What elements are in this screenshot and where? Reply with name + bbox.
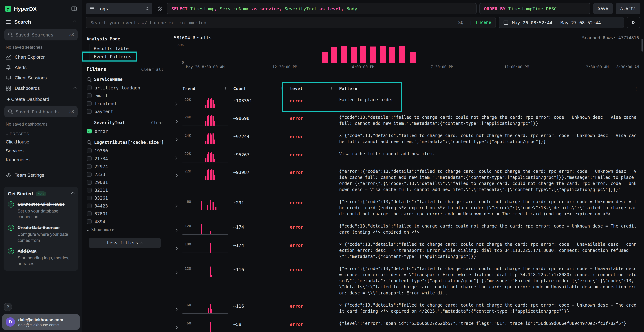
checkbox[interactable] — [87, 219, 92, 224]
table-menu-icon[interactable]: ⋮ — [634, 86, 639, 91]
checkbox[interactable] — [87, 188, 92, 192]
pattern-row[interactable]: 24K~98698error{"code":13,"details":"fail… — [174, 112, 639, 130]
filter-option[interactable]: 4894 — [86, 218, 164, 226]
column-header-pattern[interactable]: Pattern — [339, 86, 634, 91]
sidebar-section-search[interactable]: Search — [0, 16, 82, 28]
expand-row-button[interactable] — [174, 133, 182, 142]
analysis-option-event-patterns[interactable]: Event Patterns — [94, 52, 132, 61]
checkbox[interactable] — [87, 196, 92, 200]
checkbox[interactable] — [87, 164, 92, 169]
create-dashboard-button[interactable]: + Create Dashboard — [0, 94, 82, 104]
filter-option[interactable]: 33261 — [86, 194, 164, 202]
checkbox[interactable] — [87, 180, 92, 184]
checkbox[interactable] — [87, 156, 92, 161]
expand-row-button[interactable] — [174, 168, 182, 178]
user-menu[interactable]: D dale@clickhouse.com dale@clickhouse.co… — [2, 314, 80, 330]
column-menu-icon[interactable]: ⋮ — [329, 86, 334, 91]
filter-option[interactable]: payment — [86, 107, 164, 115]
show-more-button[interactable]: Show more — [86, 226, 164, 232]
filter-option[interactable]: 2333 — [86, 170, 164, 178]
preset-item-clickhouse[interactable]: ClickHouse — [0, 138, 82, 146]
mode-lucene-toggle[interactable]: Lucene — [476, 20, 491, 25]
checkbox[interactable] — [87, 101, 92, 106]
checkbox[interactable]: ✓ — [87, 128, 92, 133]
expand-row-button[interactable] — [174, 266, 182, 276]
get-started-item[interactable]: ✓ Create Data Sources Configure where yo… — [8, 224, 74, 243]
checkbox[interactable] — [87, 148, 92, 153]
expand-row-button[interactable] — [174, 302, 182, 312]
pattern-row[interactable]: 22K~93987error{"error":{"code":13,"detai… — [174, 166, 639, 196]
filter-option[interactable]: 19350 — [86, 147, 164, 154]
get-started-item[interactable]: ✓ Connect to ClickHouse Set up your data… — [8, 201, 74, 220]
filter-option[interactable]: ✓error — [86, 127, 164, 135]
expand-row-button[interactable] — [174, 97, 182, 106]
help-button[interactable]: ? — [4, 303, 12, 311]
column-header-level[interactable]: level⋮ — [290, 86, 339, 91]
column-menu-icon[interactable]: ⋮ — [280, 86, 284, 91]
source-settings-gear-icon[interactable] — [155, 6, 164, 11]
preset-item-kubernetes[interactable]: Kubernetes — [0, 155, 82, 164]
analysis-option-results-table[interactable]: Results Table — [94, 44, 129, 52]
expand-row-button[interactable] — [174, 242, 182, 251]
collapse-sidebar-icon[interactable] — [71, 6, 77, 12]
checkbox[interactable] — [87, 172, 92, 176]
less-filters-button[interactable]: Less filters — [89, 238, 160, 248]
pattern-row[interactable]: 60~116error× {"code":13,"details":"faile… — [174, 300, 639, 318]
date-range-picker[interactable]: May 26 08:52:44 - May 27 08:52:44 — [499, 17, 624, 28]
expand-row-button[interactable] — [174, 320, 182, 330]
pattern-row[interactable]: 24K~97244error× {"code":13,"details":"fa… — [174, 130, 639, 148]
pattern-row[interactable]: 120~174error{"code":13,"details":"failed… — [174, 220, 639, 238]
checkbox[interactable] — [87, 85, 92, 90]
pattern-row[interactable]: 60~291error{"error":{"code":13,"details"… — [174, 196, 639, 220]
scrollbar[interactable] — [642, 39, 643, 52]
filter-option[interactable]: frontend — [86, 100, 164, 107]
source-select[interactable]: Logs — [86, 3, 152, 14]
expand-row-button[interactable] — [174, 223, 182, 233]
column-header-count[interactable]: Count⋮ — [233, 86, 290, 91]
column-menu-icon[interactable]: ⋮ — [223, 86, 228, 91]
sidebar-item-team-settings[interactable]: Team Settings — [0, 170, 82, 180]
pattern-row[interactable]: 60~58error{"level":"error","span_id":"53… — [174, 318, 639, 332]
save-button[interactable]: Save — [593, 3, 613, 14]
get-started-item[interactable]: ✓ Add Data Start sending logs, metrics, … — [8, 248, 74, 267]
preset-item-services[interactable]: Services — [0, 146, 82, 155]
saved-searches-input[interactable]: Saved Searches ⌘K — [4, 29, 78, 40]
pattern-row[interactable]: 22K~95267errorVisa cache full: cannot ad… — [174, 148, 639, 166]
sql-editor[interactable]: SELECT Timestamp, ServiceName as service… — [167, 3, 476, 14]
search-icon[interactable] — [86, 140, 92, 145]
checkbox[interactable] — [87, 93, 92, 98]
sidebar-item-alerts[interactable]: Alerts — [0, 62, 82, 72]
filter-option[interactable]: email — [86, 92, 164, 100]
mode-sql-toggle[interactable]: SQL — [458, 20, 466, 25]
filter-option[interactable]: 34423 — [86, 202, 164, 210]
search-input[interactable] — [90, 20, 454, 25]
search-icon[interactable] — [86, 77, 92, 82]
checkbox[interactable] — [87, 211, 92, 216]
sidebar-item-client-sessions[interactable]: Client Sessions — [0, 72, 82, 83]
pattern-row[interactable]: 120~116error{"error":{"code":13,"details… — [174, 263, 639, 300]
filter-option[interactable]: 21734 — [86, 154, 164, 162]
filter-option[interactable]: artillery-loadgen — [86, 84, 164, 92]
saved-dashboards-input[interactable]: Saved Dashboards ⌘K — [4, 106, 78, 117]
filter-option[interactable]: 37801 — [86, 210, 164, 218]
checkbox[interactable] — [87, 204, 92, 208]
column-header-trend[interactable]: Trend⋮ — [182, 86, 233, 91]
checkbox[interactable] — [87, 109, 92, 114]
expand-row-button[interactable] — [174, 199, 182, 208]
clear-all-button[interactable]: Clear all — [141, 67, 164, 72]
alerts-button[interactable]: Alerts — [616, 3, 640, 14]
filter-clear-button[interactable]: Clear — [151, 120, 164, 125]
pattern-row[interactable]: 180~174error× {"code":13,"details":"fail… — [174, 238, 639, 263]
orderby-editor[interactable]: ORDER BY TimestampTime DESC — [479, 3, 590, 14]
expand-row-button[interactable] — [174, 151, 182, 161]
filter-option[interactable]: 22974 — [86, 162, 164, 170]
pattern-row[interactable]: 22K~103351errorFailed to place order — [174, 94, 639, 112]
sidebar-item-dashboards[interactable]: Dashboards — [0, 83, 82, 94]
filter-option[interactable]: 29081 — [86, 178, 164, 186]
histogram-plot[interactable] — [186, 44, 639, 63]
filter-option[interactable]: 32311 — [86, 186, 164, 194]
sidebar-item-chart-explorer[interactable]: Chart Explorer — [0, 52, 82, 62]
run-query-button[interactable] — [627, 17, 640, 28]
expand-row-button[interactable] — [174, 114, 182, 124]
presets-toggle[interactable]: PRESETS — [0, 129, 82, 138]
